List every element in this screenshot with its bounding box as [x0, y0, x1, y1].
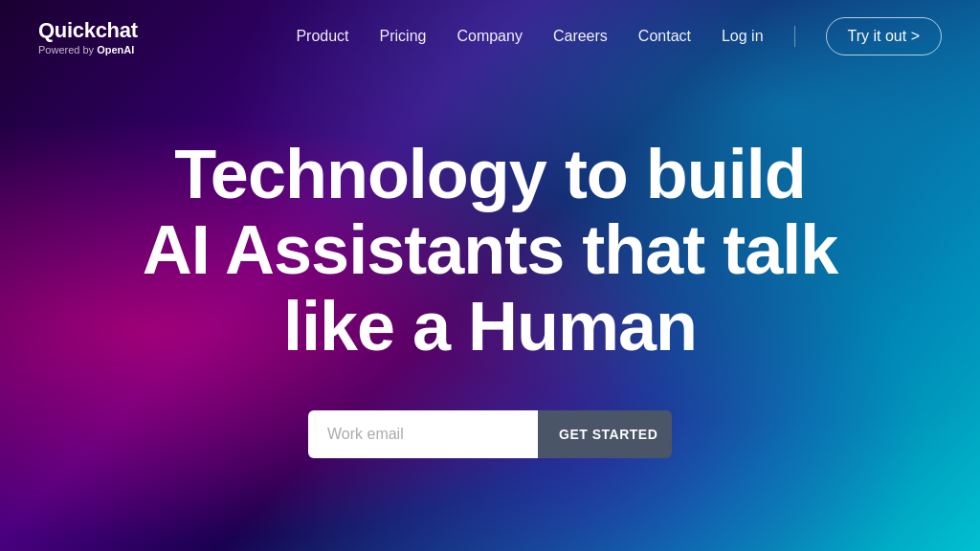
nav-link-product[interactable]: Product — [296, 28, 348, 45]
nav-link-careers[interactable]: Careers — [553, 28, 608, 45]
hero-content: Technology to build AI Assistants that t… — [0, 73, 980, 551]
try-it-out-button[interactable]: Try it out > — [826, 17, 942, 55]
brand-tagline: Powered by OpenAI — [38, 44, 138, 55]
nav-divider — [794, 26, 795, 47]
nav-link-pricing[interactable]: Pricing — [380, 28, 427, 45]
hero-headline-line1: Technology to build — [174, 136, 806, 212]
hero-headline: Technology to build AI Assistants that t… — [143, 137, 838, 364]
hero-headline-line3: like a Human — [283, 288, 697, 364]
work-email-input[interactable] — [308, 410, 538, 458]
brand-name: Quickchat — [38, 18, 138, 43]
navbar: Quickchat Powered by OpenAI Product Pric… — [0, 0, 980, 73]
nav-link-contact[interactable]: Contact — [638, 28, 691, 45]
logo: Quickchat Powered by OpenAI — [38, 18, 138, 55]
nav-link-login[interactable]: Log in — [722, 28, 764, 45]
hero-section: Quickchat Powered by OpenAI Product Pric… — [0, 0, 980, 551]
get-started-button[interactable]: GET STARTED — [538, 410, 672, 458]
email-form: GET STARTED — [308, 410, 672, 458]
nav-link-company[interactable]: Company — [457, 28, 522, 45]
nav-links: Product Pricing Company Careers Contact … — [296, 17, 942, 55]
hero-headline-line2: AI Assistants that talk — [143, 211, 838, 288]
